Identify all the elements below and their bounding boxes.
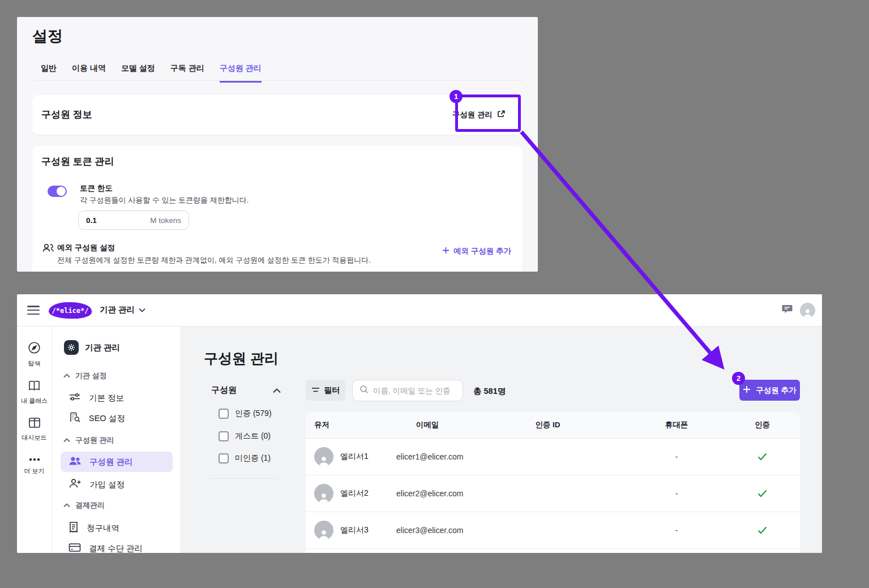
search-input[interactable] [373,387,452,395]
rail-item-dashboard[interactable]: 대시보드 [22,417,47,442]
rail-label-more: 더 보기 [24,467,44,475]
add-exception-member-label: 예외 구성원 추가 [453,246,511,256]
topbar-right [781,294,815,327]
member-email: elicer3@elicer.com [388,526,467,535]
member-info-title: 구성원 정보 [41,95,92,135]
feedback-chat-icon[interactable] [781,303,793,317]
check-icon [757,453,767,461]
tabs-divider [32,80,523,81]
sidebar-item-invoices-label: 청구내역 [87,523,119,534]
member-name: 엘리서1 [340,452,369,462]
token-limit-toggle[interactable] [48,186,67,197]
elice-logo[interactable]: /*elice*/ [49,302,92,319]
main-title: 구성원 관리 [204,349,279,368]
icon-rail: 탐색 내 클래스 대시보드 [17,327,52,553]
sidebar-item-signup-settings[interactable]: 가입 설정 [61,474,173,495]
add-member-button[interactable]: 구성원 추가 [739,380,800,401]
people-icon [69,456,82,468]
rail-label-explore: 탐색 [28,359,41,368]
sidebar-nav: 기관 관리 기관 설정 기본 정보 [52,327,181,553]
user-avatar[interactable] [800,303,815,318]
member-info-card: 구성원 정보 구성원 관리 [32,95,523,135]
search-icon [359,385,369,396]
plus-icon [442,247,450,256]
token-limit-label: 토큰 한도 [80,183,113,194]
verified-cell [725,526,800,534]
search-box[interactable] [352,380,463,401]
verified-cell [725,453,800,461]
member-manage-button[interactable]: 구성원 관리 [444,105,513,125]
filter-option-verified[interactable]: 인증 (579) [219,409,272,419]
avatar [314,484,333,503]
member-phone: - [628,489,725,498]
chevron-up-icon [63,374,70,378]
filter-panel-collapse[interactable] [273,385,281,396]
filter-option-unverified[interactable]: 미인증 (1) [219,453,271,463]
sidebar-item-seo-settings[interactable]: SEO 설정 [61,408,173,428]
compass-icon [28,341,41,357]
sidebar-item-member-management[interactable]: 구성원 관리 [61,452,173,472]
hamburger-menu-icon[interactable] [27,306,40,315]
sidebar-root-label: 기관 관리 [85,342,120,353]
token-management-card: 구성원 토큰 관리 토큰 한도 각 구성원들이 사용할 수 있는 토큰량을 제한… [32,146,523,272]
token-limit-description: 각 구성원들이 사용할 수 있는 토큰량을 제한합니다. [80,195,249,205]
sidebar-item-basic-info[interactable]: 기본 정보 [61,388,173,408]
tab-subscription[interactable]: 구독 관리 [170,63,204,83]
checkbox-unverified[interactable] [219,453,229,463]
token-card-title: 구성원 토큰 관리 [41,155,114,168]
exception-members-title: 예외 구성원 설정 [57,243,115,253]
table-header: 유저 이메일 인증 ID 휴대폰 인증 [306,412,800,439]
rail-item-my-classes[interactable]: 내 클래스 [21,380,48,405]
table-row[interactable]: 엘리서1 elicer1@elicer.com - [306,439,800,475]
filter-option-unverified-label: 미인증 (1) [235,453,271,463]
org-context-dropdown[interactable]: 기관 관리 [100,304,145,315]
add-exception-member-button[interactable]: 예외 구성원 추가 [442,246,511,256]
member-email: elicer2@elicer.com [388,489,467,498]
token-limit-unit: M tokens [150,216,181,225]
exception-members-description: 전체 구성원에게 설정한 토큰량 제한과 관계없이, 예외 구성원에 설정한 토… [57,255,371,265]
person-add-icon [69,478,82,491]
sidebar-item-seo-settings-label: SEO 설정 [89,413,125,424]
col-auth-id: 인증 ID [467,420,628,430]
chevron-up-icon [63,503,70,508]
tab-member-management[interactable]: 구성원 관리 [220,63,262,83]
filter-option-guest[interactable]: 게스트 (0) [219,431,271,441]
col-user: 유저 [306,420,388,430]
token-limit-input[interactable]: 0.1 M tokens [78,211,189,230]
section-org-settings[interactable]: 기관 설정 [63,371,107,381]
section-member-management[interactable]: 구성원 관리 [63,435,114,445]
filter-panel-title: 구성원 [211,385,237,396]
admin-window: /*elice*/ 기관 관리 [17,294,822,553]
sidebar-item-invoices[interactable]: 청구내역 [61,518,173,538]
tab-model-settings[interactable]: 모델 설정 [121,63,155,83]
main-content: 구성원 관리 구성원 인증 (579) 게스트 (0) 미인증 (1) [181,327,822,553]
rail-label-dashboard: 대시보드 [22,434,47,442]
filter-panel-divider [209,478,277,479]
elice-logo-text: /*elice*/ [52,307,88,315]
tab-usage-history[interactable]: 이용 내역 [72,63,106,83]
chevron-up-icon [63,438,70,443]
section-billing[interactable]: 결제관리 [63,500,105,510]
filter-option-verified-label: 인증 (579) [235,409,272,419]
chevron-up-icon [273,388,281,393]
filter-button[interactable]: 필터 [306,380,345,401]
table-row[interactable]: 엘리서3 elicer3@elicer.com - [306,512,800,549]
member-name: 엘리서2 [340,488,369,499]
members-table: 유저 이메일 인증 ID 휴대폰 인증 엘리서1 elice [306,412,800,553]
filter-lines-icon [311,386,320,395]
table-row[interactable]: 엘리서2 elicer2@elicer.com - [306,475,800,512]
dashboard-icon [28,417,41,431]
sidebar-root-org-management[interactable]: 기관 관리 [64,340,120,355]
sidebar-item-payment-methods[interactable]: 결제 수단 관리 [61,538,173,553]
checkbox-guest[interactable] [219,431,229,441]
section-org-settings-label: 기관 설정 [75,371,107,381]
people-icon [42,243,54,255]
chevron-down-icon [139,306,145,314]
more-dots-icon [28,454,41,464]
rail-item-more[interactable]: 더 보기 [24,454,44,475]
checkbox-verified[interactable] [219,409,229,419]
rail-label-my-classes: 내 클래스 [21,397,48,405]
rail-item-explore[interactable]: 탐색 [28,341,41,368]
seo-site-search-icon [69,411,81,425]
tab-general[interactable]: 일반 [41,63,57,83]
